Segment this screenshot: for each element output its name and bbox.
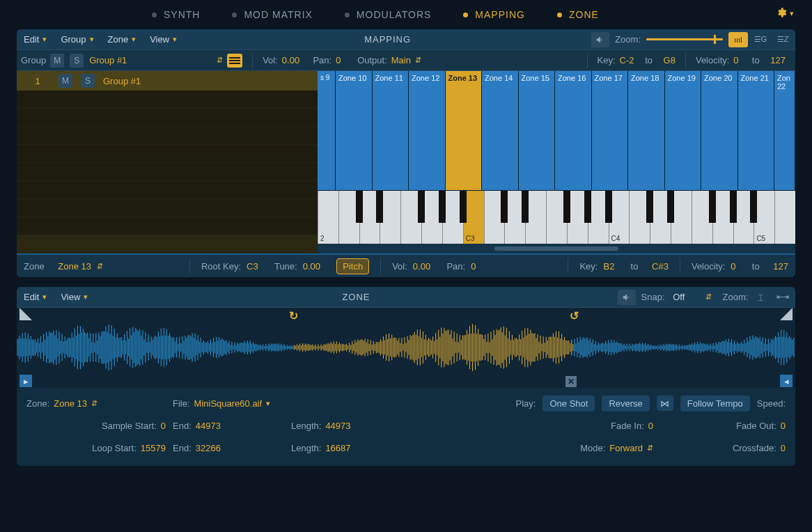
- zone-cell-selected[interactable]: Zone 13: [446, 71, 483, 190]
- tab-synth[interactable]: SYNTH: [139, 5, 212, 24]
- tab-modulators[interactable]: MODULATORS: [332, 5, 444, 24]
- group-solo-button[interactable]: S: [70, 54, 84, 68]
- nav-right-button[interactable]: ◂: [780, 375, 793, 387]
- tab-zone[interactable]: ZONE: [545, 5, 611, 24]
- mapping-body: 1 M S Group #1 s 9 Zone 10 Zone 11: [17, 71, 795, 253]
- mapping-title: MAPPING: [184, 34, 591, 45]
- zone-cell[interactable]: Zone 14: [482, 71, 519, 190]
- horizontal-scrollbar[interactable]: [318, 244, 795, 253]
- zone-cell[interactable]: Zone 18: [628, 71, 665, 190]
- pitch-button[interactable]: Pitch: [336, 258, 369, 274]
- view-mode-keymap[interactable]: ıııl: [728, 32, 748, 47]
- zone-view-menu[interactable]: View▾: [54, 287, 95, 308]
- file-name[interactable]: MiniSquare60.aif: [194, 398, 263, 409]
- zone-info-name[interactable]: Zone 13: [54, 398, 87, 409]
- group-vol-value[interactable]: 0.00: [282, 55, 299, 65]
- group-list-toggle[interactable]: [227, 54, 242, 68]
- zone-parameters: Zone: Zone 13 ⇵ File: MiniSquare60.aif ▾…: [17, 388, 795, 466]
- zone-key-high[interactable]: C#3: [652, 261, 669, 272]
- zoom-vertical-button[interactable]: ⌶: [751, 290, 770, 305]
- loop-start-marker[interactable]: ↻: [289, 309, 302, 322]
- sample-start-value[interactable]: 0: [161, 421, 166, 431]
- fade-in-value[interactable]: 0: [648, 421, 653, 431]
- group-key-high[interactable]: G8: [664, 55, 676, 65]
- zone-name[interactable]: Zone 13: [58, 261, 91, 272]
- loop-mode-value[interactable]: Forward: [609, 443, 643, 453]
- zone-key-low[interactable]: B2: [603, 261, 614, 272]
- zone-cell[interactable]: Zone 15: [519, 71, 556, 190]
- zone-vel-high[interactable]: 127: [773, 261, 788, 272]
- mapping-edit-menu[interactable]: Edit▾: [17, 29, 54, 50]
- group-selector[interactable]: Group #1 ⇵: [89, 54, 242, 68]
- settings-button[interactable]: ▾: [776, 7, 794, 20]
- sample-length-value[interactable]: 44973: [325, 421, 350, 431]
- mapping-group-menu[interactable]: Group▾: [54, 29, 100, 50]
- zone-cell[interactable]: Zone 21: [738, 71, 775, 190]
- group-pan-value[interactable]: 0: [336, 55, 341, 65]
- list-item: [17, 127, 318, 145]
- mapping-view-menu[interactable]: View▾: [143, 29, 184, 50]
- row-mute-button[interactable]: M: [58, 74, 72, 88]
- zone-cell[interactable]: Zone 16: [555, 71, 592, 190]
- loop-length-value[interactable]: 16687: [325, 443, 350, 453]
- zone-cell[interactable]: Zone 10: [336, 71, 373, 190]
- group-vel-low[interactable]: 0: [733, 55, 738, 65]
- nav-left-button[interactable]: ▸: [19, 375, 32, 387]
- zone-vol-value[interactable]: 0.00: [413, 261, 430, 272]
- group-param-row: Group M S Group #1 ⇵ Vol: 0.00 Pan: 0 Ou…: [17, 50, 795, 71]
- group-mute-button[interactable]: M: [50, 54, 64, 68]
- list-item: [17, 91, 318, 109]
- list-item: [17, 145, 318, 163]
- snap-selector[interactable]: Off⇵: [667, 290, 717, 304]
- crossfade-value[interactable]: 0: [781, 443, 786, 453]
- group-list-row[interactable]: 1 M S Group #1: [17, 71, 318, 91]
- follow-tempo-button[interactable]: Follow Tempo: [680, 396, 750, 412]
- zone-edit-menu[interactable]: Edit▾: [17, 287, 54, 308]
- tab-mapping[interactable]: MAPPING: [451, 5, 538, 24]
- scrollbar-thumb[interactable]: [494, 247, 618, 251]
- waveform-area[interactable]: ↻ ↺ ✕ ▸ ◂: [17, 308, 795, 388]
- tab-mod-matrix[interactable]: MOD MATRIX: [219, 5, 325, 24]
- loop-end-marker[interactable]: ↺: [570, 309, 582, 322]
- mapping-zone-menu[interactable]: Zone▾: [101, 29, 143, 50]
- updown-icon: ⇵: [97, 262, 103, 271]
- root-key-value[interactable]: C3: [247, 261, 258, 272]
- zone-cell[interactable]: Zone 20: [701, 71, 738, 190]
- zoom-slider[interactable]: [646, 38, 723, 40]
- list-item: [17, 163, 318, 181]
- audition-button[interactable]: [591, 32, 609, 47]
- top-tabs: SYNTH MOD MATRIX MODULATORS MAPPING ZONE…: [0, 0, 812, 29]
- view-mode-zone-list[interactable]: ☰Z: [773, 32, 793, 47]
- zone-cell[interactable]: Zone 12: [409, 71, 446, 190]
- zone-strip[interactable]: s 9 Zone 10 Zone 11 Zone 12 Zone 13 Zone…: [318, 71, 795, 191]
- loop-end-value[interactable]: 32266: [196, 443, 221, 453]
- list-item: [17, 181, 318, 199]
- zone-cell[interactable]: Zone 19: [665, 71, 702, 190]
- loop-close-button[interactable]: ✕: [565, 376, 577, 387]
- zone-audition-button[interactable]: [618, 290, 636, 305]
- group-vel-high[interactable]: 127: [770, 55, 786, 65]
- updown-icon: ⇵: [415, 56, 421, 65]
- list-item: [17, 199, 318, 217]
- flex-button[interactable]: ⋈: [657, 396, 673, 411]
- group-output-value[interactable]: Main: [391, 55, 411, 65]
- loop-start-value[interactable]: 15579: [141, 443, 166, 453]
- fade-out-value[interactable]: 0: [781, 421, 786, 431]
- group-key-low[interactable]: C-2: [620, 55, 634, 65]
- view-mode-group-list[interactable]: ☰G: [751, 32, 770, 47]
- row-solo-button[interactable]: S: [81, 74, 95, 88]
- mapping-toolbar: Edit▾ Group▾ Zone▾ View▾ MAPPING Zoom: ı…: [17, 29, 795, 50]
- zone-pan-value[interactable]: 0: [471, 261, 476, 272]
- piano-keyboard[interactable]: 2C3C4C5: [318, 191, 795, 244]
- sample-end-value[interactable]: 44973: [196, 421, 221, 431]
- zone-cell[interactable]: s 9: [318, 71, 336, 190]
- gear-icon: [776, 7, 787, 20]
- one-shot-button[interactable]: One Shot: [542, 396, 595, 412]
- zoom-fit-button[interactable]: ⇤⇥: [773, 290, 793, 305]
- zone-cell[interactable]: Zone 17: [592, 71, 629, 190]
- zone-vel-low[interactable]: 0: [731, 261, 735, 272]
- zone-cell[interactable]: Zon 22: [774, 71, 795, 190]
- zone-cell[interactable]: Zone 11: [373, 71, 409, 190]
- reverse-button[interactable]: Reverse: [602, 396, 649, 412]
- tune-value[interactable]: 0.00: [303, 261, 320, 272]
